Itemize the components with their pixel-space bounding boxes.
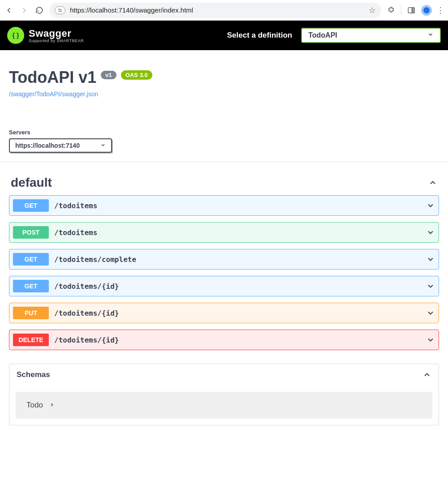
definition-selected-value: TodoAPI xyxy=(308,31,337,39)
servers-section: Servers https://localhost:7140 xyxy=(0,120,448,162)
operation-path: /todoitems xyxy=(54,201,426,210)
spec-url-link[interactable]: /swagger/TodoAPI/swagger.json xyxy=(9,90,439,98)
method-badge: GET xyxy=(13,253,49,266)
schemas-header[interactable]: Schemas xyxy=(9,364,439,386)
chevron-down-icon xyxy=(100,142,106,149)
swagger-topbar: { } Swagger Supported by SMARTBEAR Selec… xyxy=(0,21,448,50)
api-version-badge: v1 xyxy=(101,71,116,79)
chevron-down-icon xyxy=(426,282,435,291)
swagger-logo-icon: { } xyxy=(7,27,24,44)
address-bar[interactable]: https://localhost:7140/swagger/index.htm… xyxy=(49,3,381,18)
server-selected-value: https://localhost:7140 xyxy=(15,142,80,149)
swagger-logo-subtitle: Supported by SMARTBEAR xyxy=(29,39,84,43)
panel-icon[interactable] xyxy=(406,5,417,16)
operation-path: /todoitems xyxy=(54,228,426,237)
schema-name: Todo xyxy=(26,401,43,410)
divider xyxy=(401,5,401,15)
forward-button[interactable] xyxy=(19,5,30,16)
servers-label: Servers xyxy=(9,129,439,136)
chevron-down-icon xyxy=(426,255,435,264)
url-text: https://localhost:7140/swagger/index.htm… xyxy=(70,6,364,14)
method-badge: GET xyxy=(13,199,49,212)
api-info: TodoAPI v1 v1 OAS 3.0 /swagger/TodoAPI/s… xyxy=(0,50,448,111)
chevron-down-icon xyxy=(426,335,435,344)
operations-list: GET/todoitemsPOST/todoitemsGET/todoitems… xyxy=(9,195,439,350)
site-settings-icon[interactable] xyxy=(55,6,65,14)
method-badge: PUT xyxy=(13,307,49,319)
operations-container: default GET/todoitemsPOST/todoitemsGET/t… xyxy=(0,162,448,434)
operation-path: /todoitems/{id} xyxy=(54,309,426,317)
tag-header[interactable]: default xyxy=(9,171,439,195)
chevron-right-icon xyxy=(49,401,55,410)
api-title-row: TodoAPI v1 v1 OAS 3.0 xyxy=(9,68,439,87)
back-button[interactable] xyxy=(4,5,14,16)
operation-path: /todoitems/{id} xyxy=(54,282,426,291)
svg-rect-4 xyxy=(412,8,414,13)
chevron-down-icon xyxy=(426,228,435,237)
chevron-down-icon xyxy=(426,201,435,210)
operation-path: /todoitems/complete xyxy=(54,255,426,264)
bookmark-star-icon[interactable]: ☆ xyxy=(369,5,376,15)
svg-point-1 xyxy=(60,11,61,12)
extensions-icon[interactable] xyxy=(386,5,396,16)
definition-select-label: Select a definition xyxy=(227,31,292,40)
svg-point-0 xyxy=(59,9,60,10)
browser-toolbar: https://localhost:7140/swagger/index.htm… xyxy=(0,0,448,21)
operation-get[interactable]: GET/todoitems/{id} xyxy=(9,276,439,296)
schemas-body: Todo xyxy=(9,386,439,425)
oas-version-badge: OAS 3.0 xyxy=(121,70,152,80)
method-badge: POST xyxy=(13,226,49,239)
definition-select[interactable]: TodoAPI xyxy=(301,28,441,43)
tag-name: default xyxy=(11,176,52,190)
operation-delete[interactable]: DELETE/todoitems/{id} xyxy=(9,330,439,350)
schemas-title: Schemas xyxy=(17,370,50,379)
swagger-logo: { } Swagger Supported by SMARTBEAR xyxy=(7,27,84,44)
reload-button[interactable] xyxy=(34,5,45,16)
api-title: TodoAPI v1 xyxy=(9,68,101,86)
servers-select[interactable]: https://localhost:7140 xyxy=(9,138,112,153)
swagger-logo-text: Swagger xyxy=(29,28,84,39)
chevron-up-icon xyxy=(428,178,437,187)
menu-kebab-icon[interactable]: ⋮ xyxy=(436,5,444,15)
schema-item[interactable]: Todo xyxy=(16,392,432,419)
schemas-section: Schemas Todo xyxy=(9,364,439,425)
operation-put[interactable]: PUT/todoitems/{id} xyxy=(9,303,439,323)
chevron-down-icon xyxy=(427,31,434,39)
profile-avatar-icon[interactable] xyxy=(421,5,432,16)
method-badge: DELETE xyxy=(13,334,49,346)
method-badge: GET xyxy=(13,280,49,292)
operation-path: /todoitems/{id} xyxy=(54,336,426,344)
chevron-down-icon xyxy=(426,309,435,317)
operation-get[interactable]: GET/todoitems xyxy=(9,195,439,216)
operation-post[interactable]: POST/todoitems xyxy=(9,222,439,243)
chevron-up-icon xyxy=(422,370,431,379)
operation-get[interactable]: GET/todoitems/complete xyxy=(9,249,439,270)
